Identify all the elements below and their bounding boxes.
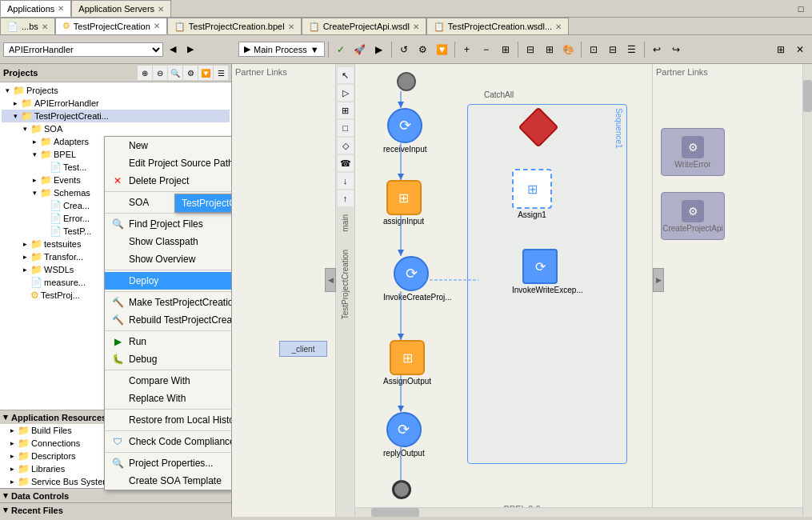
menu-tree-btn[interactable]: ☰ — [214, 66, 228, 80]
settings-btn[interactable]: ⚙ — [414, 41, 432, 58]
bpel-canvas[interactable]: Partner Links ◀ _client ↖ ▷ ⊞ □ ◇ ☎ ↓ ↑ … — [232, 64, 812, 517]
collapse-left-btn[interactable]: ◀ — [325, 268, 336, 292]
tab-close-applications[interactable]: ✕ — [58, 4, 64, 13]
refresh-btn[interactable]: ↺ — [395, 41, 413, 58]
h-scrollbar-thumb[interactable] — [371, 508, 419, 517]
editor-tab-bs-close[interactable]: ✕ — [42, 22, 48, 31]
fit-btn[interactable]: ⊞ — [497, 41, 514, 58]
grid-btn[interactable]: ⊞ — [541, 41, 558, 58]
menu-item-create-template[interactable]: Create SOA Template — [105, 472, 232, 490]
connections-icon: 📁 — [18, 438, 30, 449]
side-btn-receive[interactable]: ↓ — [338, 173, 354, 189]
validate-btn[interactable]: ✓ — [332, 41, 350, 58]
tree-item-testproject[interactable]: ▾ 📁 TestProjectCreati... — [2, 110, 230, 122]
menu-item-new[interactable]: New ▶ — [105, 137, 232, 154]
receive-input-node[interactable]: ⟳ receiveInput — [383, 108, 426, 154]
invoke-create-node[interactable]: ⟳ InvokeCreateProj... — [383, 256, 439, 302]
filter-btn[interactable]: 🔽 — [434, 41, 451, 58]
editor-tab-wsdl-close[interactable]: ✕ — [555, 22, 562, 31]
menu-item-compare[interactable]: Compare With ▶ — [105, 372, 232, 390]
menu-item-run[interactable]: ▶ Run — [105, 333, 232, 350]
collapse-right-btn[interactable]: ▶ — [653, 268, 664, 292]
palette-btn[interactable]: 🎨 — [560, 41, 578, 58]
tree-item-apierror[interactable]: ▸ 📁 APIErrorHandler — [2, 97, 230, 110]
extra-btn1[interactable]: ⊡ — [585, 41, 602, 58]
assign-output-node[interactable]: ⊞ AssignOutput — [383, 340, 431, 386]
data-controls-header[interactable]: ▾ Data Controls — [0, 489, 231, 502]
horizontal-scrollbar[interactable] — [355, 507, 802, 517]
bpel-folder-icon: 📁 — [40, 149, 52, 160]
menu-item-replace[interactable]: Replace With ▶ — [105, 390, 232, 407]
navigate-back-btn[interactable]: ◀ — [165, 42, 181, 58]
process-selector-dropdown[interactable]: ▼ — [310, 45, 319, 54]
process-selector[interactable]: ▶ Main Process ▼ — [238, 42, 325, 57]
new-project-btn[interactable]: ⊕ — [138, 66, 152, 80]
start-node[interactable] — [397, 72, 416, 91]
side-btn-invoke[interactable]: ☎ — [338, 155, 354, 171]
end-node[interactable] — [392, 480, 411, 499]
history-btn[interactable]: ↩ — [648, 41, 666, 58]
menu-item-make[interactable]: 🔨 Make TestProjectCreation.jpr — [105, 294, 232, 311]
maximize-left-panel-btn[interactable]: □ — [793, 1, 809, 17]
submenu-item-testproject[interactable]: TestProjectCreation... — [175, 194, 232, 212]
menu-item-delete[interactable]: ✕ Delete Project — [105, 172, 232, 190]
zoom-out-btn[interactable]: − — [478, 41, 495, 58]
editor-tab-createapi[interactable]: 📋 CreateProjectApi.wsdl ✕ — [302, 18, 426, 34]
tab-close-app-servers[interactable]: ✕ — [158, 5, 164, 14]
menu-item-check-compliance[interactable]: 🛡 Check Code Compliance — [105, 433, 232, 450]
side-btn-pick[interactable]: ◇ — [338, 138, 354, 154]
zoom-in-btn[interactable]: + — [458, 41, 476, 58]
side-btn-flow[interactable]: ⊞ — [338, 102, 354, 118]
editor-tab-bpel-close[interactable]: ✕ — [288, 22, 294, 31]
tree-item-soa[interactable]: ▾ 📁 SOA — [2, 122, 230, 135]
assign-input-node[interactable]: ⊞ assignInput — [383, 180, 424, 226]
tab-application-servers[interactable]: Application Servers ✕ — [71, 0, 171, 17]
extra-btn2[interactable]: ⊟ — [604, 41, 622, 58]
navigate-fwd-btn[interactable]: ▶ — [182, 42, 198, 58]
gear-btn[interactable]: ⚙ — [183, 66, 198, 80]
editor-tab-testproject[interactable]: ⚙ TestProjectCreation ✕ — [55, 18, 167, 34]
assign1-node[interactable]: ⊞ Assign1 — [512, 169, 552, 219]
editor-tab-createapi-close[interactable]: ✕ — [413, 22, 419, 31]
filter-tree-btn[interactable]: 🔽 — [198, 66, 213, 80]
menu-item-find-files[interactable]: 🔍 Find Project Files — [105, 215, 232, 233]
client-link[interactable]: _client — [279, 341, 327, 357]
scrollbar-thumb[interactable] — [803, 80, 812, 112]
side-btn-select[interactable]: ↖ — [338, 67, 354, 83]
menu-item-overview[interactable]: Show Overview — [105, 250, 232, 268]
editor-tab-bs[interactable]: 📄 ...bs ✕ — [0, 18, 55, 34]
menu-item-restore[interactable]: Restore from Local History — [105, 411, 232, 429]
catch-all-diamond[interactable] — [518, 107, 559, 148]
create-api-box[interactable]: ⚙ CreateProjectApi — [661, 192, 725, 240]
tab-applications[interactable]: Applications ✕ — [0, 0, 71, 17]
left-panel-selector[interactable]: APIErrorHandler — [3, 42, 163, 57]
view-btn[interactable]: ⊞ — [772, 41, 790, 58]
menu-item-deploy[interactable]: Deploy ▶ — [105, 272, 232, 290]
side-btn-sequence[interactable]: ▷ — [338, 85, 354, 101]
reply-output-node[interactable]: ⟳ replyOutput — [383, 412, 425, 458]
side-btn-reply[interactable]: ↑ — [338, 190, 354, 206]
layout-btn[interactable]: ⊟ — [522, 41, 539, 58]
deploy-btn[interactable]: 🚀 — [351, 41, 369, 58]
invoke-write-node[interactable]: ⟳ InvokeWriteExcep... — [512, 249, 568, 294]
extra-btn3[interactable]: ☰ — [623, 41, 641, 58]
menu-item-debug[interactable]: 🐛 Debug — [105, 350, 232, 368]
close-editor-btn[interactable]: ✕ — [791, 41, 809, 58]
write-error-box[interactable]: ⚙ WriteError — [661, 128, 725, 176]
search-btn[interactable]: 🔍 — [168, 66, 182, 80]
tree-item-projects[interactable]: ▾ 📁 Projects — [2, 84, 230, 97]
menu-item-classpath[interactable]: Show Classpath — [105, 233, 232, 250]
menu-item-edit-source[interactable]: Edit Project Source Paths... — [105, 154, 232, 172]
editor-tab-bpel[interactable]: 📋 TestProjectCreation.bpel ✕ — [167, 18, 302, 34]
collapse-btn[interactable]: ⊖ — [153, 66, 167, 80]
editor-tab-testproject-close[interactable]: ✕ — [154, 22, 160, 30]
side-btn-scope[interactable]: □ — [338, 120, 354, 136]
forward-btn[interactable]: ↪ — [667, 41, 685, 58]
main-text: main — [341, 214, 350, 232]
vertical-scrollbar[interactable] — [802, 64, 812, 517]
editor-tab-wsdl[interactable]: 📋 TestProjectCreation.wsdl... ✕ — [426, 18, 569, 34]
menu-item-rebuild[interactable]: 🔨 Rebuild TestProjectCreation.jpr — [105, 311, 232, 329]
menu-item-properties[interactable]: 🔍 Project Properties... — [105, 454, 232, 472]
recent-files-header[interactable]: ▾ Recent Files — [0, 503, 231, 517]
run-btn[interactable]: ▶ — [370, 41, 388, 58]
